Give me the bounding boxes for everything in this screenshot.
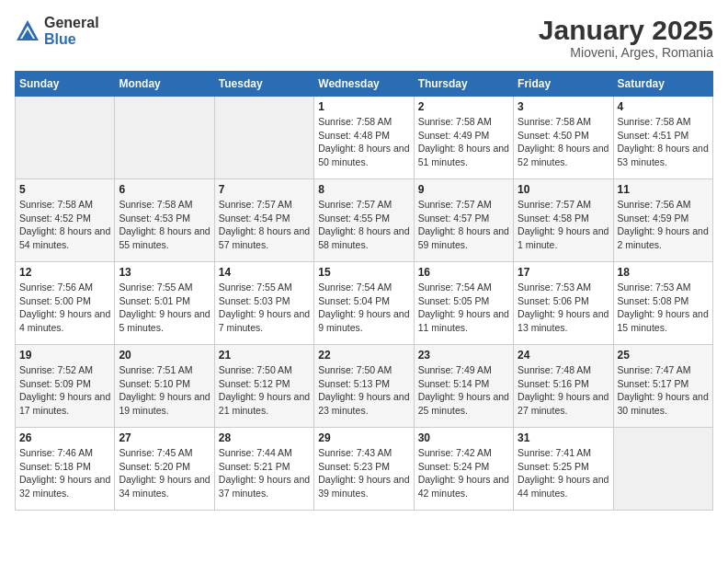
day-info: Sunrise: 7:50 AM Sunset: 5:13 PM Dayligh… [318, 363, 409, 418]
calendar-cell: 31Sunrise: 7:41 AM Sunset: 5:25 PM Dayli… [514, 428, 613, 511]
day-info: Sunrise: 7:42 AM Sunset: 5:24 PM Dayligh… [418, 446, 509, 500]
weekday-row: SundayMondayTuesdayWednesdayThursdayFrid… [16, 72, 713, 97]
calendar-cell: 9Sunrise: 7:57 AM Sunset: 4:57 PM Daylig… [414, 179, 513, 262]
calendar-cell: 25Sunrise: 7:47 AM Sunset: 5:17 PM Dayli… [613, 345, 712, 428]
day-number: 7 [219, 183, 310, 196]
day-number: 27 [119, 431, 210, 444]
day-number: 24 [518, 349, 609, 362]
calendar-week-row: 19Sunrise: 7:52 AM Sunset: 5:09 PM Dayli… [16, 345, 713, 428]
calendar-cell: 6Sunrise: 7:58 AM Sunset: 4:53 PM Daylig… [115, 179, 214, 262]
day-number: 21 [219, 349, 310, 362]
day-info: Sunrise: 7:58 AM Sunset: 4:49 PM Dayligh… [418, 115, 509, 169]
day-number: 6 [119, 183, 210, 196]
day-number: 13 [119, 266, 210, 279]
day-info: Sunrise: 7:55 AM Sunset: 5:01 PM Dayligh… [119, 281, 210, 335]
day-info: Sunrise: 7:58 AM Sunset: 4:50 PM Dayligh… [518, 115, 609, 169]
weekday-header: Wednesday [314, 72, 414, 97]
day-number: 5 [19, 183, 110, 196]
day-info: Sunrise: 7:54 AM Sunset: 5:05 PM Dayligh… [418, 281, 509, 335]
calendar-cell: 19Sunrise: 7:52 AM Sunset: 5:09 PM Dayli… [16, 345, 115, 428]
calendar-week-row: 12Sunrise: 7:56 AM Sunset: 5:00 PM Dayli… [16, 262, 713, 345]
calendar-week-row: 26Sunrise: 7:46 AM Sunset: 5:18 PM Dayli… [16, 428, 713, 511]
calendar-cell: 15Sunrise: 7:54 AM Sunset: 5:04 PM Dayli… [314, 262, 414, 345]
day-number: 16 [418, 266, 509, 279]
calendar-cell: 5Sunrise: 7:58 AM Sunset: 4:52 PM Daylig… [16, 179, 115, 262]
day-info: Sunrise: 7:45 AM Sunset: 5:20 PM Dayligh… [119, 446, 210, 500]
day-info: Sunrise: 7:54 AM Sunset: 5:04 PM Dayligh… [318, 281, 409, 335]
calendar-cell: 13Sunrise: 7:55 AM Sunset: 5:01 PM Dayli… [115, 262, 214, 345]
calendar-cell: 8Sunrise: 7:57 AM Sunset: 4:55 PM Daylig… [314, 179, 414, 262]
calendar-cell: 18Sunrise: 7:53 AM Sunset: 5:08 PM Dayli… [613, 262, 712, 345]
day-number: 12 [19, 266, 110, 279]
day-info: Sunrise: 7:46 AM Sunset: 5:18 PM Dayligh… [19, 446, 110, 500]
calendar-cell: 21Sunrise: 7:50 AM Sunset: 5:12 PM Dayli… [214, 345, 313, 428]
calendar-table: SundayMondayTuesdayWednesdayThursdayFrid… [15, 71, 713, 511]
calendar-header: SundayMondayTuesdayWednesdayThursdayFrid… [16, 72, 713, 97]
calendar-cell: 23Sunrise: 7:49 AM Sunset: 5:14 PM Dayli… [414, 345, 513, 428]
logo: General Blue [15, 15, 99, 47]
day-number: 18 [618, 266, 709, 279]
logo-blue-text: Blue [44, 31, 99, 48]
day-number: 25 [618, 349, 709, 362]
calendar-cell: 3Sunrise: 7:58 AM Sunset: 4:50 PM Daylig… [514, 97, 613, 179]
day-number: 14 [219, 266, 310, 279]
day-number: 20 [119, 349, 210, 362]
day-number: 17 [518, 266, 609, 279]
calendar-cell [115, 97, 214, 179]
calendar-cell: 17Sunrise: 7:53 AM Sunset: 5:06 PM Dayli… [514, 262, 613, 345]
calendar-cell [16, 97, 115, 179]
day-info: Sunrise: 7:57 AM Sunset: 4:57 PM Dayligh… [418, 198, 509, 252]
day-number: 9 [418, 183, 509, 196]
weekday-header: Tuesday [214, 72, 313, 97]
calendar-cell: 28Sunrise: 7:44 AM Sunset: 5:21 PM Dayli… [214, 428, 313, 511]
calendar-cell: 10Sunrise: 7:57 AM Sunset: 4:58 PM Dayli… [514, 179, 613, 262]
day-number: 3 [518, 100, 609, 113]
day-number: 15 [318, 266, 409, 279]
weekday-header: Friday [514, 72, 613, 97]
day-number: 31 [518, 431, 609, 444]
page-header: General Blue January 2025 Mioveni, Arges… [15, 15, 713, 60]
calendar-cell [613, 428, 712, 511]
calendar-cell: 7Sunrise: 7:57 AM Sunset: 4:54 PM Daylig… [214, 179, 313, 262]
day-number: 23 [418, 349, 509, 362]
day-info: Sunrise: 7:58 AM Sunset: 4:53 PM Dayligh… [119, 198, 210, 252]
day-info: Sunrise: 7:49 AM Sunset: 5:14 PM Dayligh… [418, 363, 509, 418]
calendar-cell: 27Sunrise: 7:45 AM Sunset: 5:20 PM Dayli… [115, 428, 214, 511]
day-number: 2 [418, 100, 509, 113]
day-info: Sunrise: 7:55 AM Sunset: 5:03 PM Dayligh… [219, 281, 310, 335]
weekday-header: Saturday [613, 72, 712, 97]
day-info: Sunrise: 7:47 AM Sunset: 5:17 PM Dayligh… [618, 363, 709, 418]
calendar-cell: 11Sunrise: 7:56 AM Sunset: 4:59 PM Dayli… [613, 179, 712, 262]
day-number: 28 [219, 431, 310, 444]
day-number: 29 [318, 431, 409, 444]
weekday-header: Sunday [16, 72, 115, 97]
day-info: Sunrise: 7:58 AM Sunset: 4:52 PM Dayligh… [19, 198, 110, 252]
day-info: Sunrise: 7:56 AM Sunset: 4:59 PM Dayligh… [618, 198, 709, 252]
logo-text: General Blue [44, 15, 99, 47]
calendar-cell: 14Sunrise: 7:55 AM Sunset: 5:03 PM Dayli… [214, 262, 313, 345]
calendar-cell: 30Sunrise: 7:42 AM Sunset: 5:24 PM Dayli… [414, 428, 513, 511]
day-info: Sunrise: 7:51 AM Sunset: 5:10 PM Dayligh… [119, 363, 210, 418]
day-info: Sunrise: 7:41 AM Sunset: 5:25 PM Dayligh… [518, 446, 609, 500]
day-info: Sunrise: 7:57 AM Sunset: 4:58 PM Dayligh… [518, 198, 609, 252]
day-info: Sunrise: 7:44 AM Sunset: 5:21 PM Dayligh… [219, 446, 310, 500]
day-info: Sunrise: 7:57 AM Sunset: 4:54 PM Dayligh… [219, 198, 310, 252]
day-number: 26 [19, 431, 110, 444]
logo-icon [15, 18, 40, 44]
day-number: 19 [19, 349, 110, 362]
day-info: Sunrise: 7:50 AM Sunset: 5:12 PM Dayligh… [219, 363, 310, 418]
calendar-cell: 16Sunrise: 7:54 AM Sunset: 5:05 PM Dayli… [414, 262, 513, 345]
page-subtitle: Mioveni, Arges, Romania [539, 45, 713, 60]
calendar-cell: 1Sunrise: 7:58 AM Sunset: 4:48 PM Daylig… [314, 97, 414, 179]
calendar-cell: 20Sunrise: 7:51 AM Sunset: 5:10 PM Dayli… [115, 345, 214, 428]
calendar-cell: 2Sunrise: 7:58 AM Sunset: 4:49 PM Daylig… [414, 97, 513, 179]
calendar-cell: 24Sunrise: 7:48 AM Sunset: 5:16 PM Dayli… [514, 345, 613, 428]
day-info: Sunrise: 7:53 AM Sunset: 5:08 PM Dayligh… [618, 281, 709, 335]
page-title: January 2025 [539, 15, 713, 45]
calendar-week-row: 5Sunrise: 7:58 AM Sunset: 4:52 PM Daylig… [16, 179, 713, 262]
calendar-cell: 22Sunrise: 7:50 AM Sunset: 5:13 PM Dayli… [314, 345, 414, 428]
calendar-week-row: 1Sunrise: 7:58 AM Sunset: 4:48 PM Daylig… [16, 97, 713, 179]
weekday-header: Monday [115, 72, 214, 97]
calendar-cell: 12Sunrise: 7:56 AM Sunset: 5:00 PM Dayli… [16, 262, 115, 345]
calendar-body: 1Sunrise: 7:58 AM Sunset: 4:48 PM Daylig… [16, 97, 713, 511]
